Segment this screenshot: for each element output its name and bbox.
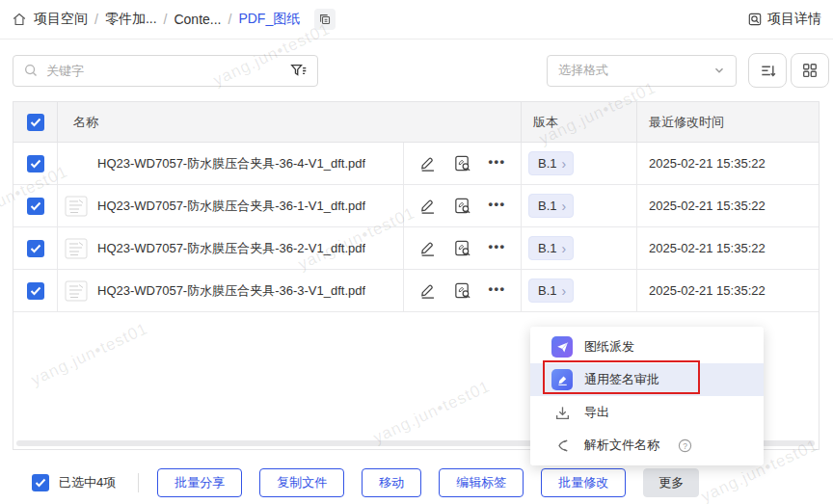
- breadcrumb-separator: /: [94, 12, 98, 27]
- table-row[interactable]: HQ23-WD7057-防水膜压合夹具-36-1-V1_dft.pdf ••• …: [13, 185, 819, 227]
- search-input[interactable]: [46, 64, 282, 78]
- selected-count-label: 已选中4项: [59, 474, 116, 491]
- breadcrumb-item-project-space[interactable]: 项目空间: [34, 11, 88, 28]
- sort-descending-icon: [759, 62, 777, 80]
- version-badge[interactable]: B.1 ›: [528, 279, 574, 303]
- file-thumbnail: [64, 236, 89, 261]
- edit-pencil-icon[interactable]: [418, 154, 437, 172]
- topbar: 项目空间 / 零件加... / Conte... / PDF_图纸 项目详情: [0, 0, 833, 40]
- edit-pencil-icon[interactable]: [418, 281, 437, 300]
- table-row[interactable]: HQ23-WD7057-防水膜压合夹具-36-4-V1_dft.pdf ••• …: [13, 143, 819, 185]
- download-icon: [551, 402, 573, 423]
- search-box[interactable]: [13, 55, 318, 87]
- help-icon[interactable]: ?: [671, 438, 692, 453]
- table-row[interactable]: HQ23-WD7057-防水膜压合夹具-36-2-V1_dft.pdf ••• …: [13, 227, 819, 270]
- format-select-placeholder: 选择格式: [558, 62, 608, 79]
- grid-view-icon: [801, 62, 819, 79]
- project-details-icon: [747, 12, 763, 27]
- chevron-right-icon: ›: [562, 157, 567, 171]
- table-body: HQ23-WD7057-防水膜压合夹具-36-4-V1_dft.pdf ••• …: [13, 143, 819, 312]
- parse-filename-icon: [551, 435, 573, 456]
- preview-annotate-icon[interactable]: [453, 154, 471, 172]
- menu-item-label: 导出: [584, 404, 609, 421]
- version-badge[interactable]: B.1 ›: [528, 151, 574, 175]
- preview-annotate-icon[interactable]: [453, 239, 471, 257]
- dispatch-send-icon: [551, 336, 573, 358]
- select-all-checkbox[interactable]: [27, 114, 44, 131]
- toolbar: 选择格式: [13, 54, 829, 87]
- column-header-version[interactable]: 版本: [521, 102, 636, 142]
- sort-button[interactable]: [748, 53, 787, 88]
- menu-item-label: 通用签名审批: [584, 371, 659, 388]
- edit-pencil-icon[interactable]: [418, 239, 437, 257]
- menu-item-dispatch-send[interactable]: 图纸派发: [530, 331, 764, 363]
- footer-action-bar: 已选中4项 批量分享复制文件移动编辑标签批量修改 更多: [13, 461, 833, 504]
- modified-time: 2025-02-21 15:35:22: [649, 241, 766, 255]
- file-name[interactable]: HQ23-WD7057-防水膜压合夹具-36-4-V1_dft.pdf: [97, 155, 365, 172]
- move-button[interactable]: 移动: [362, 468, 421, 497]
- table-row[interactable]: HQ23-WD7057-防水膜压合夹具-36-3-V1_dft.pdf ••• …: [13, 270, 819, 312]
- home-icon[interactable]: [12, 12, 27, 27]
- version-badge[interactable]: B.1 ›: [528, 194, 574, 218]
- signature-approval-icon: [551, 369, 573, 390]
- more-actions-icon[interactable]: •••: [488, 281, 505, 300]
- breadcrumb: 项目空间 / 零件加... / Conte... / PDF_图纸: [12, 9, 336, 30]
- edit-pencil-icon[interactable]: [418, 197, 437, 215]
- breadcrumb-item-pdf-drawings[interactable]: PDF_图纸: [238, 11, 300, 28]
- file-name[interactable]: HQ23-WD7057-防水膜压合夹具-36-2-V1_dft.pdf: [97, 240, 365, 257]
- edit-tags-button[interactable]: 编辑标签: [439, 468, 524, 497]
- modified-time: 2025-02-21 15:35:22: [649, 156, 766, 171]
- filter-icon[interactable]: [289, 62, 308, 80]
- version-badge-label: B.1: [538, 241, 557, 255]
- file-thumbnail: [64, 279, 89, 304]
- search-icon: [23, 63, 39, 78]
- chevron-right-icon: ›: [562, 199, 567, 213]
- svg-text:?: ?: [683, 440, 687, 450]
- breadcrumb-separator: /: [164, 12, 168, 27]
- context-menu: 图纸派发通用签名审批导出解析文件名称?: [530, 327, 764, 465]
- project-details-label: 项目详情: [767, 11, 821, 28]
- more-actions-icon[interactable]: •••: [488, 197, 505, 215]
- version-badge[interactable]: B.1 ›: [528, 236, 574, 260]
- menu-item-label: 图纸派发: [584, 338, 634, 356]
- copy-file-button[interactable]: 复制文件: [259, 468, 344, 497]
- row-checkbox[interactable]: [27, 198, 44, 215]
- chevron-right-icon: ›: [562, 242, 567, 255]
- column-header-name[interactable]: 名称: [57, 102, 521, 142]
- preview-annotate-icon[interactable]: [453, 197, 471, 215]
- footer-selected-checkbox[interactable]: [32, 474, 49, 491]
- menu-item-download[interactable]: 导出: [530, 396, 764, 429]
- batch-modify-button[interactable]: 批量修改: [541, 468, 626, 497]
- row-checkbox[interactable]: [27, 240, 44, 257]
- grid-view-button[interactable]: [791, 53, 829, 88]
- menu-item-label: 解析文件名称: [584, 437, 659, 454]
- column-header-modified[interactable]: 最近修改时间: [636, 102, 819, 142]
- project-details-button[interactable]: 项目详情: [747, 11, 821, 28]
- more-button[interactable]: 更多: [643, 468, 699, 497]
- menu-item-parse-filename[interactable]: 解析文件名称?: [530, 429, 764, 462]
- more-actions-icon[interactable]: •••: [488, 239, 505, 257]
- copy-icon[interactable]: [314, 9, 336, 30]
- format-select[interactable]: 选择格式: [547, 55, 737, 87]
- breadcrumb-item-conte[interactable]: Conte...: [174, 12, 221, 27]
- batch-share-button[interactable]: 批量分享: [157, 468, 242, 497]
- file-name[interactable]: HQ23-WD7057-防水膜压合夹具-36-3-V1_dft.pdf: [97, 282, 365, 300]
- preview-annotate-icon[interactable]: [453, 281, 471, 300]
- version-badge-label: B.1: [538, 283, 557, 298]
- row-checkbox[interactable]: [27, 282, 44, 300]
- version-badge-label: B.1: [538, 156, 557, 171]
- row-checkbox[interactable]: [27, 155, 44, 172]
- breadcrumb-separator: /: [228, 12, 231, 27]
- version-badge-label: B.1: [538, 199, 557, 213]
- footer-divider: [138, 473, 139, 492]
- menu-item-signature-approval[interactable]: 通用签名审批: [530, 363, 764, 396]
- chevron-down-icon: [713, 65, 725, 76]
- more-actions-icon[interactable]: •••: [488, 154, 505, 172]
- table-header: 名称 版本 最近修改时间: [13, 102, 819, 143]
- chevron-right-icon: ›: [562, 284, 567, 298]
- file-name[interactable]: HQ23-WD7057-防水膜压合夹具-36-1-V1_dft.pdf: [97, 198, 365, 215]
- file-thumbnail: [64, 194, 89, 219]
- modified-time: 2025-02-21 15:35:22: [649, 199, 766, 213]
- modified-time: 2025-02-21 15:35:22: [649, 283, 766, 298]
- breadcrumb-item-parts[interactable]: 零件加...: [105, 11, 157, 28]
